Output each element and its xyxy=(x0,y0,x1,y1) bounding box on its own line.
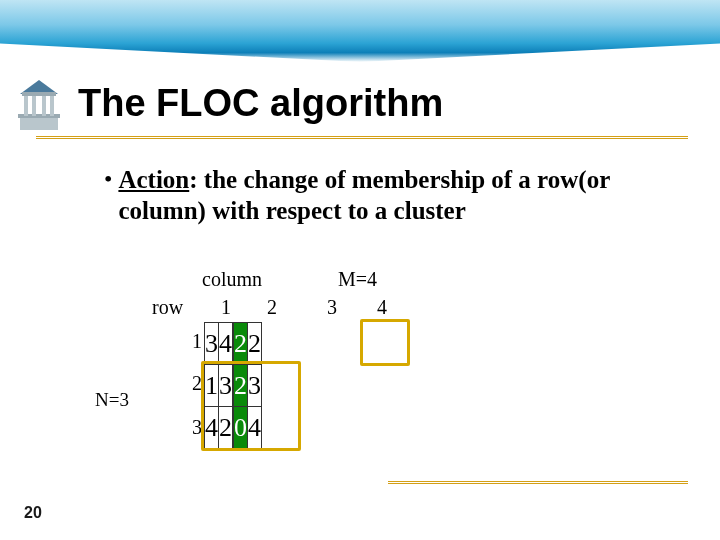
cell: 3 xyxy=(248,365,262,407)
svg-rect-3 xyxy=(32,94,36,116)
label-m: M=4 xyxy=(338,268,377,291)
col-header-2: 2 xyxy=(250,296,294,319)
header-banner xyxy=(0,0,720,62)
label-column: column xyxy=(202,268,262,291)
row-header-3: 3 xyxy=(182,416,202,439)
svg-rect-4 xyxy=(42,94,46,116)
col-header-1: 1 xyxy=(204,296,248,319)
matrix-table: 3 4 2 2 1 3 2 3 4 2 0 4 xyxy=(204,322,262,449)
cell-highlight: 2 xyxy=(234,365,248,407)
table-row: 1 3 2 3 xyxy=(205,365,262,407)
footer-underline xyxy=(388,480,688,484)
bullet-block: • Action: the change of membership of a … xyxy=(104,164,660,227)
cell: 3 xyxy=(205,323,219,365)
page-number: 20 xyxy=(24,504,42,522)
bullet-item: • Action: the change of membership of a … xyxy=(104,164,660,227)
cell-highlight: 0 xyxy=(234,407,248,449)
label-row: row xyxy=(152,296,183,319)
col-header-4: 4 xyxy=(360,296,404,319)
cell: 1 xyxy=(205,365,219,407)
svg-rect-2 xyxy=(24,94,28,116)
svg-rect-5 xyxy=(50,94,54,116)
cell-highlight: 2 xyxy=(234,323,248,365)
table-row: 3 4 2 2 xyxy=(205,323,262,365)
cell: 4 xyxy=(219,323,233,365)
cell: 4 xyxy=(248,407,262,449)
svg-rect-0 xyxy=(20,116,58,130)
bullet-text: Action: the change of membership of a ro… xyxy=(118,164,660,227)
page-title: The FLOC algorithm xyxy=(78,82,443,125)
table-row: 4 2 0 4 xyxy=(205,407,262,449)
col-header-3: 3 xyxy=(310,296,354,319)
cell: 2 xyxy=(219,407,233,449)
label-n: N=3 xyxy=(95,389,129,411)
svg-rect-6 xyxy=(22,92,56,96)
cell: 3 xyxy=(219,365,233,407)
bullet-dot-icon: • xyxy=(104,164,112,194)
cell: 4 xyxy=(205,407,219,449)
unc-well-logo xyxy=(14,78,64,134)
yellow-highlight-box xyxy=(360,319,410,366)
title-underline xyxy=(36,135,688,139)
row-header-1: 1 xyxy=(182,330,202,353)
cell: 2 xyxy=(248,323,262,365)
row-header-2: 2 xyxy=(182,372,202,395)
